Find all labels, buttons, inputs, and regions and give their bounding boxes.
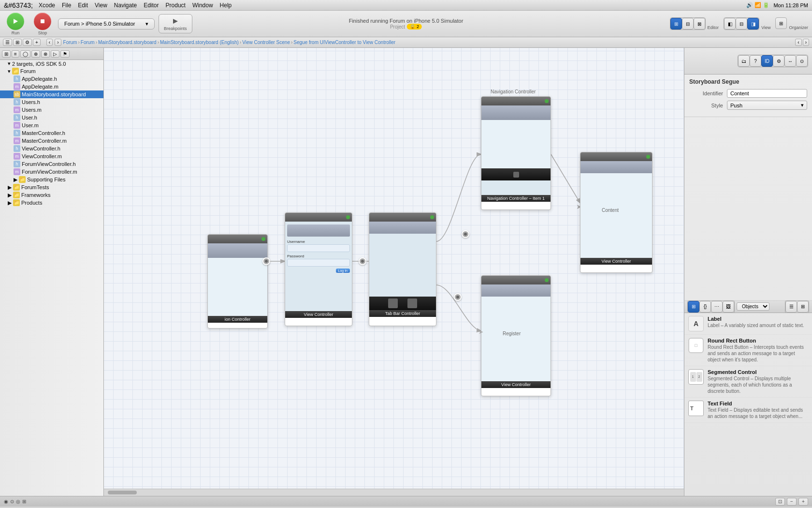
file-inspector-btn[interactable]: 🗂 bbox=[738, 55, 750, 67]
menu-view[interactable]: View bbox=[95, 2, 107, 9]
nav-forward-btn[interactable]: › bbox=[55, 39, 61, 46]
canvas[interactable]: ion Controller Username Password Log In bbox=[104, 48, 684, 496]
segue-dot-2[interactable] bbox=[359, 257, 366, 265]
organizer-btn[interactable]: ⊞ bbox=[775, 17, 787, 29]
menu-file[interactable]: File bbox=[62, 2, 71, 9]
stop-button[interactable] bbox=[34, 13, 51, 30]
editor-assistant-btn[interactable]: ⊟ bbox=[682, 18, 694, 30]
view-navigator-btn[interactable]: ◧ bbox=[724, 18, 736, 30]
sidebar-item-appdelegate-m[interactable]: m AppDelegate.m bbox=[0, 83, 103, 90]
canvas-scrollbar[interactable] bbox=[104, 489, 684, 496]
sidebar-item-users-h[interactable]: h Users.h bbox=[0, 98, 103, 106]
zoom-out-btn[interactable]: − bbox=[787, 498, 797, 506]
sidebar-item-viewcontroller-m[interactable]: m ViewController.m bbox=[0, 152, 103, 160]
classes-tab[interactable]: {} bbox=[699, 301, 711, 313]
forum-folder-icon: 📁 bbox=[12, 68, 19, 75]
sidebar-item-user-m[interactable]: m User.m bbox=[0, 121, 103, 129]
menu-editor[interactable]: Editor bbox=[144, 2, 159, 9]
sidebar-item-users-m[interactable]: m Users.m bbox=[0, 106, 103, 114]
menu-product[interactable]: Product bbox=[166, 2, 186, 9]
sidebar-item-viewcontroller-h[interactable]: h ViewController.h bbox=[0, 145, 103, 152]
sidebar-toggle-tree[interactable]: ⊞ bbox=[13, 39, 22, 46]
object-item-button[interactable]: □ Round Rect Button Round Rect Button – … bbox=[684, 335, 812, 366]
tab-icon-2 bbox=[407, 299, 417, 308]
snippets-tab[interactable]: ⋯ bbox=[711, 301, 723, 313]
username-field[interactable] bbox=[287, 244, 350, 252]
menu-xcode[interactable]: Xcode bbox=[39, 2, 55, 9]
size-inspector-btn[interactable]: ↔ bbox=[784, 55, 796, 67]
sidebar-mode-7[interactable]: ⚑ bbox=[60, 50, 70, 58]
zoom-fit-btn[interactable]: ⊡ bbox=[775, 498, 785, 506]
sidebar-group-products[interactable]: ▶ 📁 Products bbox=[0, 199, 103, 207]
sidebar-group-frameworks[interactable]: ▶ 📁 Frameworks bbox=[0, 191, 103, 199]
breakpoint-button[interactable]: Breakpoints bbox=[159, 14, 192, 33]
object-item-segmented[interactable]: 1 2 Segmented Control Segmented Control … bbox=[684, 366, 812, 398]
breadcrumb-0[interactable]: Forum bbox=[63, 40, 77, 45]
sidebar-filter[interactable]: ⚙ bbox=[23, 39, 32, 46]
object-item-textfield[interactable]: T Text Field Text Field – Displays edita… bbox=[684, 398, 812, 423]
nav-controller-1[interactable]: ion Controller bbox=[207, 234, 268, 329]
menu-window[interactable]: Window bbox=[192, 2, 213, 9]
sidebar-item-mainstoryboard[interactable]: sb MainStoryboard.storyboard bbox=[0, 90, 103, 98]
breadcrumb-4[interactable]: View Controller Scene bbox=[242, 40, 290, 45]
sidebar-item-supporting-files[interactable]: ▶ 📁 Supporting Files bbox=[0, 176, 103, 183]
apple-menu-icon[interactable]: &#63743; bbox=[4, 1, 33, 9]
sidebar-item-appdelegate-h[interactable]: h AppDelegate.h bbox=[0, 75, 103, 83]
breadcrumb-5[interactable]: Segue from UIViewController to View Cont… bbox=[293, 40, 395, 45]
breadcrumb-2[interactable]: MainStoryboard.storyboard bbox=[98, 40, 157, 45]
quick-help-btn[interactable]: ? bbox=[750, 55, 761, 67]
identifier-input[interactable] bbox=[727, 89, 807, 98]
sidebar-item-forumviewcontroller-m[interactable]: m ForumViewController.m bbox=[0, 168, 103, 176]
editor-standard-btn[interactable]: ⊞ bbox=[670, 18, 682, 30]
menu-edit[interactable]: Edit bbox=[78, 2, 88, 9]
objects-tab[interactable]: ⊞ bbox=[688, 301, 699, 313]
nav-next-btn[interactable]: › bbox=[803, 39, 809, 46]
segue-dot-lower[interactable] bbox=[454, 293, 462, 301]
editor-version-btn[interactable]: ⊠ bbox=[694, 18, 705, 30]
sidebar-mode-1[interactable]: ⊞ bbox=[2, 50, 11, 58]
sidebar-mode-6[interactable]: ▷ bbox=[51, 50, 59, 58]
segue-dot-1[interactable] bbox=[262, 257, 270, 265]
sidebar-mode-2[interactable]: ≡ bbox=[12, 50, 19, 58]
sidebar-item-mastercontroller-h[interactable]: h MasterController.h bbox=[0, 129, 103, 137]
tab-bar-controller[interactable]: Tab Bar Controller bbox=[369, 212, 436, 326]
sidebar-item-user-h[interactable]: h User.h bbox=[0, 114, 103, 121]
grid-view-btn[interactable]: ⊞ bbox=[797, 301, 809, 313]
view-controller-login[interactable]: Username Password Log In View Controller bbox=[285, 212, 352, 326]
sidebar-mode-3[interactable]: ◯ bbox=[20, 50, 30, 58]
breadcrumb-1[interactable]: Forum bbox=[81, 40, 95, 45]
style-select[interactable]: Push ▾ bbox=[727, 101, 807, 110]
view-debug-btn[interactable]: ⊟ bbox=[736, 18, 747, 30]
object-item-label[interactable]: A Label Label – A variably sized amount … bbox=[684, 313, 812, 335]
sidebar-mode-5[interactable]: ⊗ bbox=[41, 50, 50, 58]
sidebar-item-mastercontroller-m[interactable]: m MasterController.m bbox=[0, 137, 103, 145]
sidebar-item-forumviewcontroller-h[interactable]: h ForumViewController.h bbox=[0, 160, 103, 168]
media-tab[interactable]: 🖼 bbox=[723, 301, 734, 313]
list-view-btn[interactable]: ☰ bbox=[785, 301, 797, 313]
sidebar-mode-4[interactable]: ⊕ bbox=[31, 50, 40, 58]
connections-inspector-btn[interactable]: ⊙ bbox=[796, 55, 808, 67]
menu-navigate[interactable]: Navigate bbox=[114, 2, 137, 9]
nav-back-btn[interactable]: ‹ bbox=[46, 39, 53, 46]
menu-help[interactable]: Help bbox=[220, 2, 232, 9]
segue-dot-upper[interactable] bbox=[462, 230, 469, 238]
scheme-selector[interactable]: Forum > iPhone 5.0 Simulator ▾ bbox=[58, 18, 155, 30]
controller-dot-2 bbox=[545, 99, 549, 103]
sidebar-add[interactable]: + bbox=[33, 39, 41, 46]
sidebar-group-forum[interactable]: ▾ 📁 Forum bbox=[0, 67, 103, 75]
identity-inspector-btn[interactable]: ID bbox=[761, 55, 773, 67]
password-field[interactable] bbox=[287, 259, 350, 267]
login-btn[interactable]: Log In bbox=[336, 269, 350, 273]
nav-controller-2[interactable]: Navigation Controller – Item 1 bbox=[481, 96, 551, 210]
run-button[interactable] bbox=[7, 13, 24, 30]
attributes-inspector-btn[interactable]: ⚙ bbox=[773, 55, 784, 67]
sidebar-toggle-list[interactable]: ☰ bbox=[3, 39, 12, 46]
sidebar-group-forumtests[interactable]: ▶ 📁 ForumTests bbox=[0, 183, 103, 191]
objects-selector[interactable]: Objects bbox=[737, 302, 769, 311]
breadcrumb-3[interactable]: MainStoryboard.storyboard (English) bbox=[160, 40, 239, 45]
view-utilities-btn[interactable]: ◨ bbox=[747, 18, 759, 30]
nav-prev-btn[interactable]: ‹ bbox=[795, 39, 801, 46]
sidebar-root-target[interactable]: ▾ 2 targets, iOS SDK 5.0 bbox=[0, 60, 103, 67]
zoom-in-btn[interactable]: + bbox=[798, 498, 808, 506]
scroll-thumb[interactable] bbox=[108, 491, 137, 494]
